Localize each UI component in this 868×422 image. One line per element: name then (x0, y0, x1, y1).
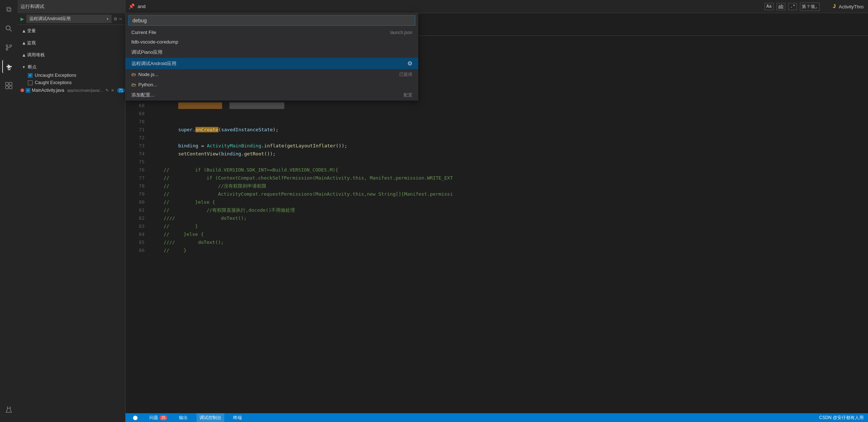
dropdown-item-android[interactable]: 远程调试Android应用 ⚙ (126, 58, 418, 69)
breakpoint-file-row[interactable]: MainActivity.java app/src/main/java/... … (18, 86, 125, 94)
table-row: super.onCreate(savedInstanceState); (147, 126, 868, 134)
extensions-icon[interactable] (2, 79, 15, 92)
uncaught-exceptions-item[interactable]: Uncaught Exceptions (18, 72, 125, 79)
dropdown-search-bar (126, 13, 418, 28)
breakpoint-badge: 71 (117, 88, 125, 93)
question-btn[interactable]: 第？项, (800, 3, 819, 11)
activity-bar: ⧉ (0, 0, 18, 422)
pin-icon: 📌 (128, 3, 135, 10)
terminal-tab[interactable]: 终端 (230, 413, 245, 422)
svg-rect-12 (9, 82, 12, 85)
debug-run-icon[interactable] (2, 60, 15, 73)
j-badge: J (833, 4, 836, 10)
table-row (147, 134, 868, 142)
close-icon[interactable]: ✕ (111, 88, 114, 93)
watch-label: 监视 (27, 40, 36, 46)
current-file-row[interactable]: Current File launch.json (126, 28, 418, 37)
watch-triangle: ▶ (22, 42, 26, 45)
python-label: Python... (138, 82, 157, 87)
files-icon[interactable]: ⧉ (2, 3, 15, 16)
breakpoints-section: ▼ 断点 Uncaught Exceptions Caught Exceptio… (18, 61, 125, 96)
breakpoint-filename: MainActivity.java (32, 88, 64, 93)
source-control-icon[interactable] (2, 41, 15, 54)
problems-badge: 25 (160, 415, 167, 420)
svg-rect-13 (5, 86, 8, 89)
status-left: ⬤ 问题 25 输出 调试控制台 终端 (130, 413, 245, 422)
android-label: 远程调试Android应用 (131, 60, 176, 67)
dropdown-item-piano[interactable]: 调试Piano应用 (126, 47, 418, 58)
status-right: CSDN @安仔都有人用 (819, 415, 864, 421)
svg-rect-11 (5, 82, 8, 85)
tab-row: 📌 and Aa ab .* 第？项, J ActivityThro (126, 0, 868, 13)
edit-icon: ✎ (105, 88, 109, 93)
more-icon[interactable]: ⋯ (119, 16, 122, 22)
debug-search-input[interactable] (128, 15, 415, 26)
activity-throw-text: ActivityThro (839, 4, 864, 10)
table-row: //// doText(); (147, 238, 868, 246)
android-gear-icon[interactable]: ⚙ (407, 60, 412, 67)
run-bar: 运行和调试 (18, 0, 125, 13)
table-row: // if (Build.VERSION.SDK_INT>=Build.VERS… (147, 166, 868, 174)
output-tab[interactable]: 输出 (176, 413, 191, 422)
config-selector[interactable]: 远程调试Android应用 ▾ (26, 15, 112, 23)
breakpoint-file-checkbox[interactable] (26, 88, 30, 93)
svg-point-3 (10, 45, 12, 47)
callstack-header[interactable]: ▶ 调用堆栈 (18, 50, 125, 60)
nodejs-folder-icon: 🗁 (131, 72, 136, 77)
table-row: // ActivityCompat.requestPermissions(Mai… (147, 190, 868, 198)
dropdown-item-nodejs[interactable]: 🗁 Node.js... 已提供 (126, 69, 418, 80)
uncaught-checkbox[interactable] (28, 73, 33, 78)
config-name: 远程调试Android应用 (29, 16, 71, 22)
status-debug-icon[interactable]: ⬤ (130, 413, 141, 422)
table-row: // }else { (147, 230, 868, 238)
aa-btn[interactable]: Aa (764, 3, 773, 10)
python-folder-icon: 🗁 (131, 82, 136, 87)
table-row: // //有权限直接执行,docode()不用做处理 (147, 206, 868, 214)
table-row: binding = ActivityMainBinding.inflate(ge… (147, 142, 868, 150)
debug-panel-title: 运行和调试 (20, 3, 44, 10)
table-row (147, 118, 868, 126)
output-label: 输出 (179, 415, 188, 421)
play-button[interactable]: ▶ (20, 15, 24, 23)
addconfig-right: 配置 (404, 92, 412, 98)
table-row: //// doText(); (147, 214, 868, 222)
uncaught-label: Uncaught Exceptions (35, 73, 76, 78)
caught-checkbox[interactable] (28, 80, 33, 85)
ab-underline-btn[interactable]: ab (777, 3, 785, 10)
flask-icon[interactable] (2, 403, 15, 416)
regex-btn[interactable]: .* (788, 3, 797, 10)
dropdown-item-python[interactable]: 🗁 Python... (126, 80, 418, 90)
debug-panel: 运行和调试 ▶ 远程调试Android应用 ▾ ⚙ ⋯ ▶ 变量 ▶ 监视 ▶ … (18, 0, 126, 422)
variables-label: 变量 (27, 28, 36, 34)
debug-console-label: 调试控制台 (199, 415, 221, 421)
svg-point-9 (7, 66, 8, 67)
variables-section: ▶ 变量 (18, 25, 125, 37)
dropdown-item-lldb[interactable]: lldb-vscode-coredump (126, 37, 418, 47)
chevron-down-icon: ▾ (106, 17, 109, 21)
variables-header[interactable]: ▶ 变量 (18, 26, 125, 35)
problems-tab[interactable]: 问题 25 (146, 413, 170, 422)
current-file-label: Current File (131, 30, 156, 35)
dropdown-item-addconfig[interactable]: 添加配置... 配置 (126, 90, 418, 101)
launch-json-label: launch.json (390, 30, 412, 35)
lldb-label: lldb-vscode-coredump (131, 39, 178, 45)
status-bar: ⬤ 问题 25 输出 调试控制台 终端 CSDN @安仔都有人用 (126, 413, 868, 422)
table-row (147, 110, 868, 118)
breakpoints-header[interactable]: ▼ 断点 (18, 63, 125, 72)
search-icon[interactable] (2, 22, 15, 35)
problems-label: 问题 (149, 415, 158, 421)
table-row: // if (ContextCompat.checkSelfPermission… (147, 174, 868, 182)
svg-point-2 (6, 45, 8, 47)
caught-exceptions-item[interactable]: Caught Exceptions (18, 79, 125, 86)
run-config-dropdown: Current File launch.json lldb-vscode-cor… (126, 13, 418, 101)
gear-icon[interactable]: ⚙ (114, 16, 117, 22)
piano-label: 调试Piano应用 (131, 49, 162, 56)
breakpoints-label: 断点 (28, 64, 37, 70)
debug-console-tab[interactable]: 调试控制台 (197, 413, 224, 422)
and-text: and (138, 4, 146, 9)
run-config-bar: ▶ 远程调试Android应用 ▾ ⚙ ⋯ (18, 13, 125, 25)
svg-rect-14 (9, 86, 12, 89)
watch-header[interactable]: ▶ 监视 (18, 38, 125, 48)
table-row (147, 102, 868, 110)
table-row: setContentView(binding.getRoot()); (147, 150, 868, 158)
